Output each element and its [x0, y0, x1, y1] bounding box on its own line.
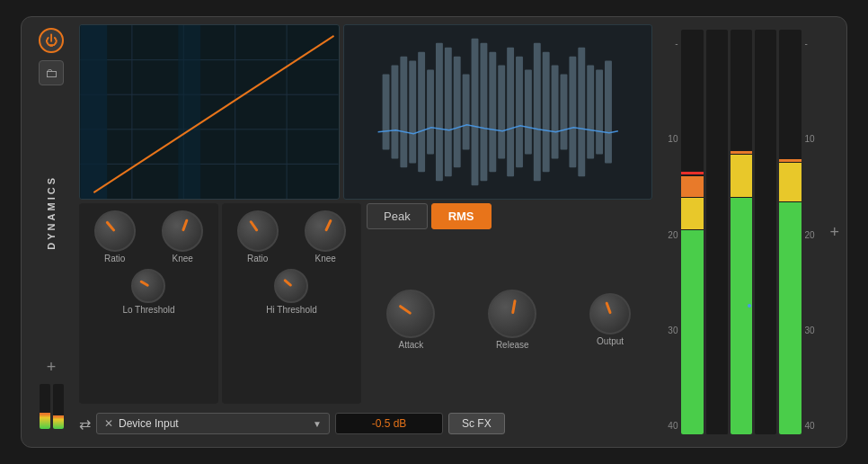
dynamics-graph[interactable]: [79, 24, 340, 200]
routing-icon[interactable]: ⇄: [79, 415, 91, 433]
hi-threshold-group: Hi Threshold: [266, 269, 317, 315]
hi-ratio-knob[interactable]: [237, 210, 279, 252]
meter3-orange: [731, 151, 752, 154]
meter-label-top-right: -: [804, 39, 822, 49]
lo-ratio-group: Ratio: [94, 210, 136, 263]
meter-label-20-left: 20: [660, 230, 678, 240]
mini-fill-2: [53, 415, 64, 429]
meter-bar-4: [755, 30, 776, 434]
hi-threshold-knob[interactable]: [274, 269, 308, 303]
top-row: [79, 24, 652, 200]
power-button[interactable]: ⏻: [39, 28, 64, 53]
add-right-button[interactable]: +: [829, 223, 839, 242]
sc-fx-button[interactable]: Sc FX: [448, 413, 505, 434]
waveform-svg: [344, 25, 651, 199]
folder-button[interactable]: 🗀: [39, 60, 64, 85]
device-select[interactable]: ✕ Device Input ▼: [96, 413, 330, 434]
attack-release-row: Attack Release Output: [365, 235, 652, 404]
meter-label-20-right: 20: [804, 230, 822, 240]
lo-knee-label: Knee: [173, 254, 193, 263]
output-group: Output: [589, 293, 631, 346]
hi-threshold-label: Hi Threshold: [266, 305, 317, 315]
svg-rect-11: [383, 74, 390, 149]
hi-ratio-group: Ratio: [237, 210, 279, 263]
meter-label-40-left: 40: [660, 421, 678, 431]
release-group: Release: [488, 290, 536, 350]
hi-threshold-section: Hi Threshold: [227, 269, 356, 315]
release-knob[interactable]: [488, 290, 536, 338]
meter5-yellow: [779, 163, 801, 201]
svg-rect-21: [472, 39, 479, 185]
peak-rms-row: Peak RMS: [365, 203, 652, 229]
meter-bar-1: [681, 30, 703, 434]
release-label: Release: [496, 340, 529, 350]
mini-meters-left: [40, 384, 64, 429]
meters-panel: - 10 20 30 40: [658, 24, 824, 440]
right-controls: Peak RMS Attack Release Output: [365, 203, 652, 404]
meter-label-10-right: 10: [804, 134, 822, 144]
meter-label-30-right: 30: [804, 326, 822, 335]
lo-threshold-label: Lo Threshold: [122, 305, 174, 315]
hi-section: Ratio Knee Hi Threshold: [222, 203, 361, 404]
svg-rect-30: [552, 66, 559, 159]
svg-rect-17: [436, 43, 443, 181]
meter-2-fill: [706, 353, 728, 434]
svg-rect-34: [587, 66, 594, 159]
meter5-green: [779, 202, 801, 434]
peak-button[interactable]: Peak: [367, 203, 428, 229]
db-value: -0.5 dB: [372, 417, 407, 430]
svg-rect-23: [489, 52, 496, 173]
hi-top-knobs: Ratio Knee: [227, 210, 356, 263]
output-label: Output: [597, 336, 624, 346]
add-left-button[interactable]: +: [47, 358, 57, 377]
meter-orange-seg: [681, 176, 703, 197]
lo-section: Ratio Knee Lo Threshold: [79, 203, 218, 404]
device-dropdown-icon[interactable]: ▼: [313, 419, 322, 429]
meter-label-top-left: -: [660, 39, 678, 49]
controls-row: Ratio Knee Lo Threshold: [79, 203, 652, 404]
meter3-yellow: [731, 155, 752, 197]
lo-threshold-knob[interactable]: [131, 269, 165, 303]
waveform-display: [343, 24, 652, 200]
svg-rect-24: [498, 66, 505, 159]
svg-rect-13: [400, 57, 407, 168]
svg-line-10: [93, 36, 333, 192]
device-close-icon[interactable]: ✕: [104, 417, 113, 430]
db-display: -0.5 dB: [335, 413, 443, 434]
meter-bar-5: [779, 30, 801, 434]
attack-knob[interactable]: [386, 290, 435, 338]
svg-rect-36: [605, 61, 612, 164]
lo-knee-knob[interactable]: [162, 210, 203, 252]
meter-green-seg: [681, 230, 703, 434]
svg-rect-26: [516, 57, 523, 168]
folder-icon: 🗀: [45, 66, 58, 80]
mini-fill-1: [40, 413, 50, 429]
meter-labels-right: - 10 20 30 40: [804, 26, 822, 438]
output-knob[interactable]: [589, 293, 631, 335]
meter-yellow-seg: [681, 198, 703, 229]
meter-bar-3: [731, 30, 752, 434]
left-sidebar: ⏻ 🗀 DYNAMICS +: [29, 24, 74, 440]
svg-rect-29: [543, 52, 550, 173]
svg-rect-28: [534, 43, 541, 181]
meter-label-10-left: 10: [660, 134, 678, 144]
graph-svg: [80, 25, 339, 199]
rms-button[interactable]: RMS: [431, 203, 492, 229]
svg-rect-12: [391, 66, 398, 159]
main-content: Ratio Knee Lo Threshold: [79, 24, 652, 440]
meter-bar-2: [706, 30, 728, 434]
meter-blue-dot: [748, 304, 751, 308]
lo-top-knobs: Ratio Knee: [84, 210, 213, 263]
svg-rect-9: [178, 25, 200, 199]
hi-knee-label: Knee: [315, 254, 336, 263]
svg-rect-20: [463, 74, 470, 149]
lo-ratio-knob[interactable]: [94, 210, 136, 252]
svg-rect-19: [454, 57, 461, 168]
hi-knee-group: Knee: [305, 210, 346, 263]
svg-rect-25: [507, 48, 514, 177]
hi-knee-knob[interactable]: [305, 210, 346, 252]
meter-label-40-right: 40: [804, 421, 822, 431]
meter-1-fill: [681, 30, 703, 434]
attack-label: Attack: [399, 340, 424, 350]
mini-meter-2: [53, 384, 64, 429]
